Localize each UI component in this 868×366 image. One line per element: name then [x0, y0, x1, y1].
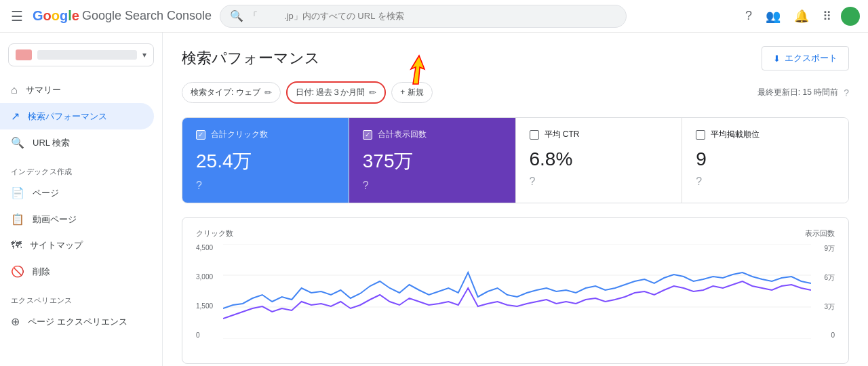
metric-header-ctr: 平均 CTR — [530, 129, 669, 140]
metric-card-position[interactable]: 平均掲載順位 9 ? — [682, 118, 848, 203]
sidebar-item-label: サマリー — [26, 84, 61, 96]
metric-label-position: 平均掲載順位 — [711, 129, 760, 140]
topbar: ☰ Google Google Search Console 🔍 ? 👥 🔔 ⠿ — [0, 0, 868, 33]
filter-search-type-label: 検索タイプ: ウェブ — [191, 87, 260, 98]
sidebar: ▾ ⌂ サマリー ↗ 検索パフォーマンス 🔍 URL 検索 インデックス作成 📄… — [0, 33, 163, 366]
chart-container: 4,500 3,000 1,500 0 — [196, 244, 835, 352]
add-filter-button[interactable]: + 新規 — [391, 82, 432, 103]
plus-icon: ⊕ — [11, 315, 20, 328]
home-icon: ⌂ — [11, 84, 18, 96]
apps-icon[interactable]: ⠿ — [818, 5, 835, 28]
property-selector[interactable]: ▾ — [8, 43, 154, 66]
menu-icon[interactable]: ☰ — [8, 5, 26, 27]
y-right-tick-0: 9万 — [814, 244, 835, 253]
chevron-down-icon: ▾ — [142, 50, 146, 60]
metric-card-ctr[interactable]: 平均 CTR 6.8% ? — [516, 118, 683, 203]
metric-help-ctr[interactable]: ? — [530, 176, 536, 187]
sidebar-item-video-pages[interactable]: 📋 動画ページ — [0, 206, 154, 232]
metric-checkbox-clicks[interactable]: ✓ — [196, 130, 205, 140]
search-bar[interactable]: 🔍 — [220, 5, 627, 28]
chart-right-label: 表示回数 — [805, 228, 835, 239]
logo-e: e — [72, 8, 79, 24]
topbar-left: ☰ Google Google Search Console — [8, 5, 212, 27]
search-input[interactable] — [249, 11, 616, 21]
help-icon[interactable]: ? — [741, 5, 756, 27]
sidebar-item-label: 検索パフォーマンス — [28, 110, 107, 123]
chart-svg — [223, 244, 811, 339]
filter-section: 検索タイプ: ウェブ ✏ 日付: 過去３か月間 ✏ + 新規 最終更新日: 15… — [182, 81, 849, 104]
metric-card-impressions[interactable]: ✓ 合計表示回数 375万 ? — [349, 118, 516, 203]
sidebar-item-summary[interactable]: ⌂ サマリー — [0, 77, 154, 103]
metric-header-position: 平均掲載順位 — [696, 129, 835, 140]
sidebar-item-page-experience[interactable]: ⊕ ページ エクスペリエンス — [0, 308, 154, 335]
metric-header-clicks: ✓ 合計クリック数 — [196, 129, 335, 140]
logo-o1: o — [43, 8, 52, 24]
metric-value-ctr: 6.8% — [530, 148, 669, 170]
metric-help-clicks[interactable]: ? — [196, 180, 202, 191]
y-tick-0: 4,500 — [196, 244, 220, 251]
metric-label-impressions: 合計表示回数 — [378, 129, 427, 140]
metric-cards: ✓ 合計クリック数 25.4万 ? ✓ 合計表示回数 375万 ? 平均 CT — [182, 117, 849, 203]
y-tick-3: 0 — [196, 331, 220, 339]
section-label-index: インデックス作成 — [0, 156, 162, 180]
filter-date-label: 日付: 過去３か月間 — [296, 87, 366, 98]
section-label-experience: エクスペリエンス — [0, 285, 162, 308]
metric-value-impressions: 375万 — [363, 148, 502, 174]
sidebar-item-label: URL 検索 — [33, 137, 70, 149]
export-button[interactable]: ⬇ エクスポート — [762, 46, 849, 70]
last-updated-help-icon[interactable]: ? — [844, 87, 849, 98]
metric-help-impressions[interactable]: ? — [363, 180, 369, 191]
y-right-tick-1: 6万 — [814, 273, 835, 283]
metric-help-position[interactable]: ? — [696, 176, 702, 187]
chart-left-label: クリック数 — [196, 228, 233, 239]
removal-icon: 🚫 — [11, 265, 24, 278]
sidebar-item-label: サイトマップ — [30, 239, 83, 251]
app-title: Google Search Console — [82, 9, 212, 23]
export-label: エクスポート — [785, 52, 837, 64]
chart-svg-wrapper — [223, 244, 811, 339]
property-name — [37, 50, 137, 60]
sidebar-item-label: 削除 — [33, 266, 50, 278]
app-logo: Google Google Search Console — [33, 8, 212, 24]
sidebar-item-label: 動画ページ — [33, 214, 77, 226]
logo-o2: o — [52, 8, 60, 24]
chart-y-labels-left: 4,500 3,000 1,500 0 — [196, 244, 220, 339]
edit-icon: ✏ — [264, 87, 272, 98]
metric-checkbox-position[interactable] — [696, 130, 705, 140]
topbar-right: ? 👥 🔔 ⠿ — [741, 5, 860, 28]
avatar[interactable] — [841, 7, 860, 26]
metric-label-clicks: 合計クリック数 — [211, 129, 268, 140]
metric-value-clicks: 25.4万 — [196, 148, 335, 174]
page-header: 検索パフォーマンス ⬇ エクスポート — [182, 46, 849, 70]
y-tick-1: 3,000 — [196, 273, 220, 281]
sitemap-icon: 🗺 — [11, 239, 22, 251]
main-content: 検索パフォーマンス ⬇ エクスポート 検索タイプ: ウェブ ✏ — [163, 33, 868, 366]
metric-card-clicks[interactable]: ✓ 合計クリック数 25.4万 ? — [182, 118, 349, 203]
sidebar-item-search-performance[interactable]: ↗ 検索パフォーマンス — [0, 103, 154, 129]
last-updated: 最終更新日: 15 時間前 — [757, 87, 838, 98]
sidebar-item-url-inspection[interactable]: 🔍 URL 検索 — [0, 129, 154, 156]
metric-value-position: 9 — [696, 148, 835, 170]
metric-header-impressions: ✓ 合計表示回数 — [363, 129, 502, 140]
search-icon: 🔍 — [230, 9, 243, 22]
sidebar-item-sitemap[interactable]: 🗺 サイトマップ — [0, 232, 154, 258]
logo-g: G — [33, 8, 43, 24]
notifications-icon[interactable]: 🔔 — [790, 5, 813, 28]
sidebar-item-pages[interactable]: 📄 ページ — [0, 180, 154, 206]
sidebar-item-label: ページ — [33, 187, 59, 199]
metric-checkbox-ctr[interactable] — [530, 130, 539, 140]
trending-icon: ↗ — [11, 110, 20, 123]
chart-header: クリック数 表示回数 — [196, 228, 835, 239]
property-icon — [16, 49, 32, 60]
filter-date[interactable]: 日付: 過去３か月間 ✏ — [286, 81, 387, 104]
search-icon: 🔍 — [11, 136, 24, 149]
edit-icon: ✏ — [369, 87, 376, 98]
sidebar-item-removal[interactable]: 🚫 削除 — [0, 258, 154, 285]
metric-checkbox-impressions[interactable]: ✓ — [363, 130, 372, 140]
filter-search-type[interactable]: 検索タイプ: ウェブ ✏ — [182, 82, 281, 103]
y-right-tick-2: 3万 — [814, 302, 835, 312]
video-icon: 📋 — [11, 213, 24, 226]
users-icon[interactable]: 👥 — [762, 5, 785, 28]
page-title: 検索パフォーマンス — [182, 48, 320, 68]
export-icon: ⬇ — [773, 54, 781, 64]
